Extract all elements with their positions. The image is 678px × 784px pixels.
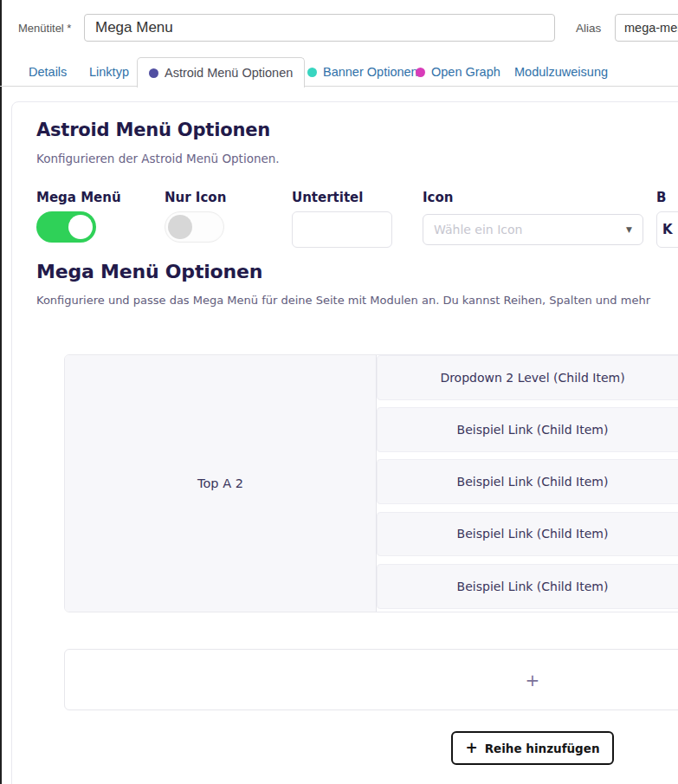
add-row-button[interactable]: + Reihe hinzufügen <box>451 731 613 765</box>
plus-icon: + <box>465 741 477 755</box>
toggle-knob <box>68 215 93 239</box>
astroid-tab-dot-icon <box>149 68 158 78</box>
menu-title-label: Menütitel * <box>18 22 71 35</box>
astroid-options-panel: Astroid Menü Optionen Konfigurieren der … <box>11 101 678 784</box>
mega-menu-toggle[interactable] <box>36 211 96 243</box>
section-title-mega-menu-optionen: Mega Menü Optionen <box>36 261 262 282</box>
add-row-button-wrap: + Reihe hinzufügen <box>64 731 678 765</box>
builder-child-item[interactable]: Beispiel Link (Child Item) <box>377 459 678 504</box>
untertitel-label: Untertitel <box>292 190 363 205</box>
builder-parent-item[interactable]: Top A 2 <box>65 355 377 612</box>
banner-tab-dot-icon <box>307 68 317 77</box>
nur-icon-toggle[interactable] <box>165 211 224 243</box>
plus-icon: + <box>526 670 540 690</box>
window-left-edge <box>0 0 2 784</box>
toggle-knob <box>168 215 192 239</box>
tab-open-graph[interactable]: Open Graph <box>416 57 500 87</box>
badge-label: B <box>656 190 666 205</box>
builder-child-item[interactable]: Beispiel Link (Child Item) <box>377 407 678 452</box>
mega-menu-builder-row: Top A 2 Dropdown 2 Level (Child Item) Be… <box>64 354 678 612</box>
tab-linktyp[interactable]: Linktyp <box>89 57 129 87</box>
icon-select-placeholder: Wähle ein Icon <box>434 223 626 236</box>
open-graph-tab-dot-icon <box>416 68 425 77</box>
builder-child-column: Dropdown 2 Level (Child Item) Beispiel L… <box>377 355 678 612</box>
tab-modulzuweisung[interactable]: Modulzuweisung <box>514 57 608 87</box>
tab-banner-optionen[interactable]: Banner Optionen <box>307 57 418 87</box>
icon-label: Icon <box>423 190 453 205</box>
nur-icon-label: Nur Icon <box>165 190 226 205</box>
untertitel-input[interactable] <box>292 211 392 248</box>
builder-empty-row-add-column[interactable]: + <box>64 649 678 710</box>
menu-title-input[interactable] <box>84 14 555 42</box>
section-subtitle: Konfigurieren der Astroid Menü Optionen. <box>36 152 280 165</box>
tab-details[interactable]: Details <box>29 57 67 87</box>
tab-astroid-menu-optionen[interactable]: Astroid Menü Optionen <box>137 57 305 87</box>
alias-label: Alias <box>576 22 601 35</box>
chevron-down-icon: ▼ <box>626 225 632 234</box>
builder-child-item[interactable]: Beispiel Link (Child Item) <box>377 512 678 557</box>
section-description: Konfiguriere und passe das Mega Menü für… <box>36 294 678 307</box>
badge-field[interactable]: K <box>656 211 678 248</box>
alias-input[interactable] <box>615 14 678 42</box>
section-title-astroid-menu-optionen: Astroid Menü Optionen <box>36 120 270 140</box>
builder-child-item[interactable]: Dropdown 2 Level (Child Item) <box>377 355 678 400</box>
tab-bar: Details Linktyp Astroid Menü Optionen Ba… <box>0 57 678 87</box>
builder-child-item[interactable]: Beispiel Link (Child Item) <box>377 564 678 609</box>
mega-menu-label: Mega Menü <box>36 190 121 205</box>
icon-select[interactable]: Wähle ein Icon ▼ <box>423 214 643 245</box>
